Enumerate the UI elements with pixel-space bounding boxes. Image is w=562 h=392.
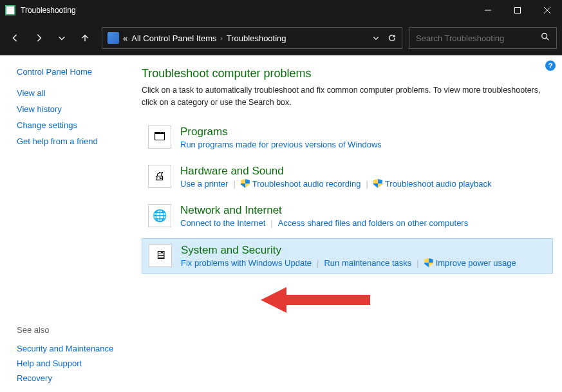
task-link[interactable]: Run programs made for previous versions … [180, 140, 382, 149]
category-links: Connect to the Internet|Access shared fi… [180, 218, 547, 228]
sidebar-view-history[interactable]: View history [17, 102, 135, 117]
see-also-security[interactable]: Security and Maintenance [17, 341, 113, 356]
see-also-recovery[interactable]: Recovery [17, 371, 113, 386]
see-also-help[interactable]: Help and Support [17, 356, 113, 371]
category-title[interactable]: Hardware and Sound [180, 165, 547, 178]
help-icon[interactable]: ? [545, 61, 556, 71]
task-link[interactable]: Improve power usage [424, 258, 516, 268]
task-link[interactable]: Run maintenance tasks [324, 258, 411, 268]
refresh-icon[interactable] [388, 33, 397, 42]
category-system-and-security: 🖥System and SecurityFix problems with Wi… [142, 238, 553, 274]
back-button[interactable] [5, 28, 26, 48]
svg-marker-2 [261, 287, 370, 313]
category-links: Fix problems with Windows Update|Run mai… [181, 258, 546, 268]
category-programs: 🗔ProgramsRun programs made for previous … [142, 120, 553, 154]
chevron-right-icon[interactable]: › [220, 35, 222, 42]
annotation-arrow [261, 284, 370, 319]
forward-button[interactable] [28, 28, 49, 48]
titlebar: Troubleshooting [0, 0, 562, 21]
category-icon: 🌐 [148, 204, 171, 227]
task-link[interactable]: Fix problems with Windows Update [181, 258, 312, 268]
svg-point-1 [542, 33, 547, 39]
main-panel: Troubleshoot computer problems Click on … [135, 55, 562, 392]
task-link[interactable]: Troubleshoot audio recording [241, 179, 361, 189]
location-icon [108, 32, 119, 44]
task-link[interactable]: Use a printer [180, 179, 228, 189]
svg-rect-0 [515, 8, 521, 14]
task-link[interactable]: Troubleshoot audio playback [373, 179, 492, 189]
see-also: See also Security and Maintenance Help a… [17, 325, 113, 386]
recent-dropdown[interactable] [52, 28, 72, 48]
category-links: Use a printer|Troubleshoot audio recordi… [180, 179, 547, 189]
breadcrumb-prefix: « [123, 33, 127, 43]
category-hardware-and-sound: 🖨Hardware and SoundUse a printer|Trouble… [142, 160, 553, 194]
close-button[interactable] [532, 0, 562, 21]
maximize-button[interactable] [503, 0, 532, 21]
app-icon [5, 5, 15, 15]
search-icon[interactable] [541, 32, 550, 44]
page-heading: Troubleshoot computer problems [142, 67, 553, 80]
breadcrumb-item[interactable]: Troubleshooting [227, 33, 286, 43]
address-bar[interactable]: « All Control Panel Items › Troubleshoot… [102, 27, 402, 49]
page-description: Click on a task to automatically trouble… [142, 84, 553, 109]
sidebar-view-all[interactable]: View all [17, 86, 135, 100]
category-icon: 🖨 [148, 165, 171, 188]
chevron-down-icon[interactable] [372, 34, 380, 42]
task-link[interactable]: Connect to the Internet [180, 218, 265, 228]
search-input[interactable] [416, 33, 541, 43]
task-link[interactable]: Access shared files and folders on other… [278, 218, 469, 228]
category-icon: 🗔 [148, 126, 171, 149]
see-also-label: See also [17, 325, 113, 335]
sidebar-home-link[interactable]: Control Panel Home [17, 67, 135, 77]
category-links: Run programs made for previous versions … [180, 140, 547, 149]
category-title[interactable]: Network and Internet [180, 204, 547, 217]
category-title[interactable]: Programs [180, 126, 547, 138]
up-button[interactable] [75, 28, 95, 48]
search-box[interactable] [409, 27, 557, 49]
sidebar-change-settings[interactable]: Change settings [17, 118, 135, 133]
window-title: Troubleshooting [21, 6, 473, 15]
navbar: « All Control Panel Items › Troubleshoot… [0, 21, 562, 55]
category-icon: 🖥 [149, 244, 172, 267]
category-network-and-internet: 🌐Network and InternetConnect to the Inte… [142, 199, 553, 233]
sidebar-get-help[interactable]: Get help from a friend [17, 134, 135, 149]
category-title[interactable]: System and Security [181, 244, 546, 257]
minimize-button[interactable] [473, 0, 503, 21]
breadcrumb-item[interactable]: All Control Panel Items [131, 33, 216, 43]
